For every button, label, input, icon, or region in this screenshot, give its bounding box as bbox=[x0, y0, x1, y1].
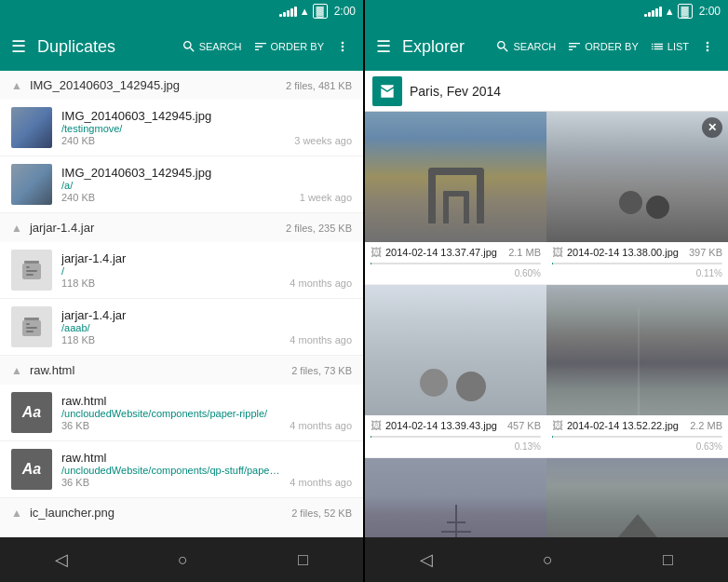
svg-rect-8 bbox=[26, 327, 37, 329]
photo-cell-4[interactable]: 🖼 2014-02-14 13.52.22.jpg 2.2 MB 0.63% bbox=[546, 285, 728, 458]
photo-percent-3: 0.13% bbox=[371, 441, 541, 452]
file-size-1: 240 KB bbox=[61, 135, 285, 146]
photo-grid: 🖼 2014-02-14 13.37.47.jpg 2.1 MB 0.60% ✕ bbox=[365, 112, 728, 537]
svg-rect-0 bbox=[24, 261, 39, 264]
file-item[interactable]: IMG_20140603_142945.jpg /testingmove/ 24… bbox=[0, 100, 363, 156]
file-info-html2: raw.html /uncloudedWebsite/components/qp… bbox=[61, 451, 280, 488]
jar-icon bbox=[19, 257, 45, 283]
right-recent-button[interactable]: □ bbox=[663, 550, 673, 570]
left-recent-button[interactable]: □ bbox=[298, 550, 308, 570]
group-title-png: ic_launcher.png bbox=[30, 506, 284, 520]
file-thumb-photo2 bbox=[11, 164, 52, 205]
wifi-icon: ▲ bbox=[300, 6, 310, 17]
file-path-jar2: /aaab/ bbox=[61, 322, 280, 333]
svg-rect-4 bbox=[26, 274, 34, 276]
file-path-1: /testingmove/ bbox=[61, 123, 285, 134]
file-item[interactable]: Aa raw.html /uncloudedWebsite/components… bbox=[0, 385, 363, 441]
left-back-button[interactable]: ◁ bbox=[55, 549, 68, 570]
left-status-icons: ▲ ▓ 2:00 bbox=[279, 4, 356, 19]
file-item[interactable]: Aa raw.html /uncloudedWebsite/components… bbox=[0, 441, 363, 498]
signal-bars bbox=[279, 6, 297, 17]
file-path-html2: /uncloudedWebsite/components/qp-stuff/pa… bbox=[61, 465, 280, 476]
left-menu-icon[interactable]: ☰ bbox=[11, 36, 26, 57]
battery-icon: ▓ bbox=[313, 4, 328, 19]
file-name-2: IMG_20140603_142945.jpg bbox=[61, 166, 290, 180]
photo-cell-6[interactable] bbox=[546, 458, 728, 537]
right-back-button[interactable]: ◁ bbox=[420, 549, 433, 570]
svg-rect-3 bbox=[26, 270, 37, 272]
file-item[interactable]: IMG_20140603_142945.jpg /a/ 240 KB 1 wee… bbox=[0, 156, 363, 213]
file-date-1: 3 weeks ago bbox=[294, 135, 352, 146]
file-item[interactable]: jarjar-1.4.jar / 118 KB 4 months ago bbox=[0, 242, 363, 299]
group-meta-jar: 2 files, 235 KB bbox=[286, 223, 352, 234]
right-home-button[interactable]: ○ bbox=[543, 550, 553, 570]
group-chevron-img: ▲ bbox=[11, 79, 22, 92]
file-date-html2: 4 months ago bbox=[290, 477, 352, 488]
file-info-2: IMG_20140603_142945.jpg /a/ 240 KB bbox=[61, 166, 290, 203]
left-home-button[interactable]: ○ bbox=[178, 550, 188, 570]
photo-percent-1: 0.60% bbox=[371, 268, 541, 278]
photo-file-icon-2: 🖼 bbox=[552, 246, 563, 259]
photo-percent-2: 0.11% bbox=[552, 268, 722, 278]
right-status-icons: ▲ ▓ 2:00 bbox=[644, 4, 721, 19]
photo-cell-3[interactable]: 🖼 2014-02-14 13.39.43.jpg 457 KB 0.13% bbox=[365, 285, 546, 458]
file-path-html1: /uncloudedWebsite/components/paper-rippl… bbox=[61, 408, 280, 419]
file-date-jar2: 4 months ago bbox=[290, 334, 352, 345]
duplicates-screen: ▲ ▓ 2:00 ☰ Duplicates SEARCH ORDER BY ▲ bbox=[0, 0, 363, 582]
photo-progress-fill-1 bbox=[371, 263, 371, 264]
left-app-actions: SEARCH ORDER BY bbox=[180, 35, 352, 58]
file-item[interactable]: jarjar-1.4.jar /aaab/ 118 KB 4 months ag… bbox=[0, 299, 363, 356]
file-name-html2: raw.html bbox=[61, 451, 280, 465]
photo-size-2: 397 KB bbox=[689, 247, 722, 258]
file-size-jar2: 118 KB bbox=[61, 334, 280, 345]
file-name-jar2: jarjar-1.4.jar bbox=[61, 308, 280, 322]
file-size-html2: 36 KB bbox=[61, 477, 280, 488]
photo-cell-1[interactable]: 🖼 2014-02-14 13.37.47.jpg 2.1 MB 0.60% bbox=[365, 112, 546, 285]
photo-progress-bar-4 bbox=[552, 436, 722, 438]
photo-file-icon-3: 🖼 bbox=[371, 419, 382, 432]
photo-cell-5[interactable] bbox=[365, 458, 546, 537]
right-orderby-button[interactable]: ORDER BY bbox=[565, 35, 640, 58]
photo-progress-fill-4 bbox=[552, 436, 553, 438]
store-icon bbox=[378, 82, 397, 101]
right-wifi-icon: ▲ bbox=[665, 6, 675, 17]
right-menu-icon[interactable]: ☰ bbox=[376, 36, 391, 57]
duplicates-content: ▲ IMG_20140603_142945.jpg 2 files, 481 K… bbox=[0, 71, 363, 537]
photo-filename-1: 2014-02-14 13.37.47.jpg bbox=[385, 247, 505, 258]
file-date-2: 1 week ago bbox=[300, 192, 352, 203]
group-chevron-html: ▲ bbox=[11, 364, 22, 377]
right-search-button[interactable]: SEARCH bbox=[493, 35, 558, 58]
photo-filename-4: 2014-02-14 13.52.22.jpg bbox=[567, 420, 686, 431]
right-more-button[interactable] bbox=[698, 35, 717, 58]
file-info-html1: raw.html /uncloudedWebsite/components/pa… bbox=[61, 394, 280, 431]
left-search-button[interactable]: SEARCH bbox=[180, 35, 244, 58]
svg-rect-9 bbox=[26, 331, 34, 332]
right-app-bar: ☰ Explorer SEARCH ORDER BY LIST bbox=[365, 22, 728, 71]
left-more-button[interactable] bbox=[333, 35, 352, 58]
svg-rect-7 bbox=[26, 323, 30, 325]
photo-close-icon[interactable]: ✕ bbox=[702, 117, 722, 138]
group-meta-img: 2 files, 481 KB bbox=[286, 80, 352, 91]
right-list-button[interactable]: LIST bbox=[648, 35, 691, 58]
file-name-1: IMG_20140603_142945.jpg bbox=[61, 109, 285, 123]
photo-progress-bar-3 bbox=[371, 436, 541, 438]
file-path-jar1: / bbox=[61, 265, 280, 277]
group-title-html: raw.html bbox=[30, 363, 284, 377]
photo-info-4: 🖼 2014-02-14 13.52.22.jpg 2.2 MB 0.63% bbox=[546, 415, 728, 458]
right-list-label: LIST bbox=[667, 41, 689, 52]
photo-filename-3: 2014-02-14 13.39.43.jpg bbox=[385, 420, 504, 431]
location-bar: Paris, Fev 2014 bbox=[365, 71, 728, 112]
group-header-html: ▲ raw.html 2 files, 73 KB bbox=[0, 356, 363, 385]
right-time: 2:00 bbox=[699, 5, 721, 18]
right-search-label: SEARCH bbox=[513, 41, 556, 52]
photo-info-3: 🖼 2014-02-14 13.39.43.jpg 457 KB 0.13% bbox=[365, 415, 546, 458]
photo-cell-2[interactable]: ✕ 🖼 2014-02-14 13.38.00.jpg 397 KB 0.11% bbox=[546, 112, 728, 285]
svg-rect-2 bbox=[26, 266, 30, 268]
svg-rect-5 bbox=[24, 318, 39, 320]
explorer-screen: ▲ ▓ 2:00 ☰ Explorer SEARCH ORDER BY LIST bbox=[365, 0, 728, 582]
left-status-bar: ▲ ▓ 2:00 bbox=[0, 0, 363, 22]
group-title-img: IMG_20140603_142945.jpg bbox=[30, 78, 278, 92]
right-orderby-label: ORDER BY bbox=[585, 41, 638, 52]
left-orderby-button[interactable]: ORDER BY bbox=[251, 35, 326, 58]
photo-file-icon-1: 🖼 bbox=[371, 246, 382, 259]
